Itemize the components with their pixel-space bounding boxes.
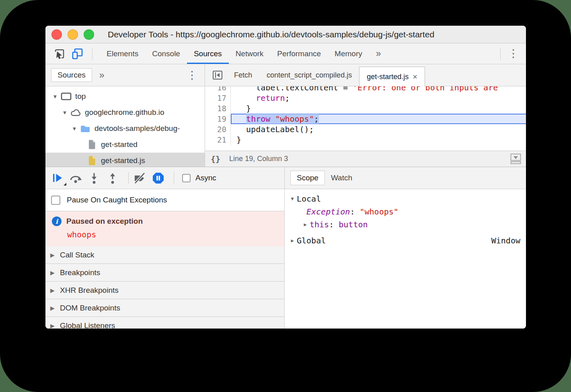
section-dom-breakpoints[interactable]: ▶ DOM Breakpoints (45, 299, 284, 317)
scope-contents: ▼ Local Exception: "whoops" ▶ this: butt… (285, 189, 526, 329)
token-keyword: return (256, 93, 285, 103)
navigator-menu-button[interactable]: ⋮ (183, 70, 201, 81)
expand-arrow-icon[interactable]: ▼ (60, 110, 70, 116)
execution-statement-highlight: throw "whoops"; (246, 114, 319, 124)
section-breakpoints[interactable]: ▶ Breakpoints (45, 264, 284, 282)
editor-tab-bar: Fetch content_script_compiled.js get-sta… (205, 64, 526, 86)
close-window-button[interactable] (51, 29, 62, 40)
tree-item-get-started[interactable]: get-started (45, 137, 205, 153)
line-number-gutter[interactable]: 19 (205, 114, 231, 124)
tree-item-domain[interactable]: ▼ googlechrome.github.io (45, 104, 205, 120)
line-number-gutter[interactable]: 16 (205, 86, 231, 93)
toggle-device-toolbar-button[interactable] (70, 47, 84, 61)
pretty-print-icon[interactable]: {} (211, 154, 220, 164)
deactivate-breakpoints-button[interactable] (133, 171, 146, 185)
async-checkbox[interactable] (182, 174, 191, 182)
pause-on-exceptions-button[interactable] (151, 171, 165, 185)
scope-exception-row[interactable]: Exception: "whoops" (285, 205, 526, 218)
step-into-button[interactable] (87, 171, 101, 185)
section-label: XHR Breakpoints (60, 286, 119, 295)
code-line-19-execution-line: 19 throw "whoops"; (205, 114, 526, 124)
inspect-element-button[interactable] (53, 47, 66, 61)
zoom-window-button[interactable] (84, 29, 94, 40)
code-line-17: 17 return; (205, 93, 526, 103)
code-text[interactable]: return; (231, 93, 526, 103)
step-out-button[interactable] (106, 171, 119, 185)
banner-title-row: i Paused on exception (52, 216, 284, 226)
editor-tab-fetch[interactable]: Fetch (227, 64, 259, 86)
navigator-more-tabs-button[interactable]: » (99, 70, 105, 81)
tree-item-top[interactable]: ▼ top (45, 88, 205, 104)
editor-tab-content-script[interactable]: content_script_compiled.js (259, 64, 359, 86)
tab-scope[interactable]: Scope (290, 171, 325, 185)
step-over-icon (69, 172, 82, 184)
collapsed-arrow-icon[interactable]: ▶ (301, 222, 310, 227)
tree-item-label: get-started.js (101, 156, 145, 165)
scope-name: Local (297, 194, 321, 204)
section-call-stack[interactable]: ▶ Call Stack (45, 246, 284, 264)
code-text[interactable]: } (231, 135, 526, 145)
more-tabs-button[interactable]: » (369, 43, 388, 64)
expand-arrow-icon[interactable]: ▼ (50, 94, 60, 100)
tab-memory[interactable]: Memory (328, 43, 369, 64)
code-text[interactable]: throw "whoops"; (231, 114, 526, 124)
minimize-window-button[interactable] (68, 29, 78, 40)
file-tree: ▼ top ▼ googlechrome.github.io ▼ (45, 86, 205, 167)
scope-this-row[interactable]: ▶ this: button (285, 218, 526, 231)
scope-global-row[interactable]: ▶ Global Window (285, 234, 526, 247)
code-text[interactable]: updateLabel(); (231, 124, 526, 135)
section-label: Call Stack (60, 251, 94, 259)
collapsed-arrow-icon[interactable]: ▶ (288, 238, 297, 243)
expand-arrow-icon[interactable]: ▼ (70, 126, 79, 132)
step-over-button[interactable] (69, 171, 82, 185)
tab-watch[interactable]: Watch (325, 171, 358, 185)
resume-script-button[interactable] (50, 171, 64, 185)
scroll-down-icon[interactable] (510, 153, 521, 164)
token-plain: } (236, 135, 241, 145)
devtools-menu-button[interactable]: ⋮ (505, 48, 522, 59)
token-plain (236, 93, 256, 103)
scope-value: Window (491, 236, 526, 245)
tab-performance[interactable]: Performance (270, 43, 328, 64)
scope-tab-bar: Scope Watch (285, 167, 526, 189)
editor-tab-get-started-js[interactable]: get-started.js × (359, 67, 425, 86)
debugger-lower-split: Async Pause On Caught Exceptions i Pause… (45, 167, 526, 329)
tab-console[interactable]: Console (145, 43, 187, 64)
code-text[interactable]: label.textContent = 'Error: one or both … (231, 86, 526, 93)
section-global-listeners[interactable]: ▶ Global Listeners (45, 317, 284, 329)
tab-network[interactable]: Network (229, 43, 271, 64)
expanded-arrow-icon[interactable]: ▼ (288, 196, 297, 202)
code-line-21: 21 } (205, 135, 526, 145)
line-number-gutter[interactable]: 17 (205, 93, 231, 103)
toolbar-separator (92, 48, 92, 60)
pause-on-caught-checkbox[interactable] (51, 196, 60, 205)
token-plain: updateLabel(); (236, 125, 314, 134)
tab-elements[interactable]: Elements (100, 43, 145, 64)
code-editor[interactable]: 16 label.textContent = 'Error: one or bo… (205, 86, 526, 151)
code-text[interactable]: } (231, 103, 526, 114)
tree-item-folder[interactable]: ▼ devtools-samples/debug- (45, 120, 205, 137)
property-separator: : (329, 220, 339, 229)
property-value: button (339, 220, 368, 229)
navigator-tab-sources[interactable]: Sources (51, 68, 92, 82)
token-plain: label.textContent = (256, 86, 353, 92)
toolbar-separator-right (500, 48, 501, 60)
collapsed-arrow-icon: ▶ (50, 287, 60, 294)
cursor-position: Line 19, Column 3 (229, 155, 288, 163)
line-number-gutter[interactable]: 18 (205, 103, 231, 114)
tab-sources[interactable]: Sources (187, 43, 229, 64)
close-tab-icon[interactable]: × (413, 72, 417, 82)
debugger-controls-pane: Async Pause On Caught Exceptions i Pause… (45, 167, 285, 329)
tree-item-get-started-js[interactable]: get-started.js (45, 153, 205, 167)
tree-item-label: top (75, 92, 86, 101)
hide-navigator-button[interactable] (212, 64, 223, 86)
line-number-gutter[interactable]: 21 (205, 135, 231, 145)
token-plain: ; (285, 93, 290, 103)
step-into-icon (88, 172, 101, 184)
line-number-gutter[interactable]: 20 (205, 124, 231, 135)
property-name: Exception (306, 207, 350, 216)
scope-local-row[interactable]: ▼ Local (285, 192, 526, 205)
collapsed-arrow-icon: ▶ (50, 270, 60, 276)
step-out-icon (106, 172, 119, 184)
section-xhr-breakpoints[interactable]: ▶ XHR Breakpoints (45, 282, 284, 299)
